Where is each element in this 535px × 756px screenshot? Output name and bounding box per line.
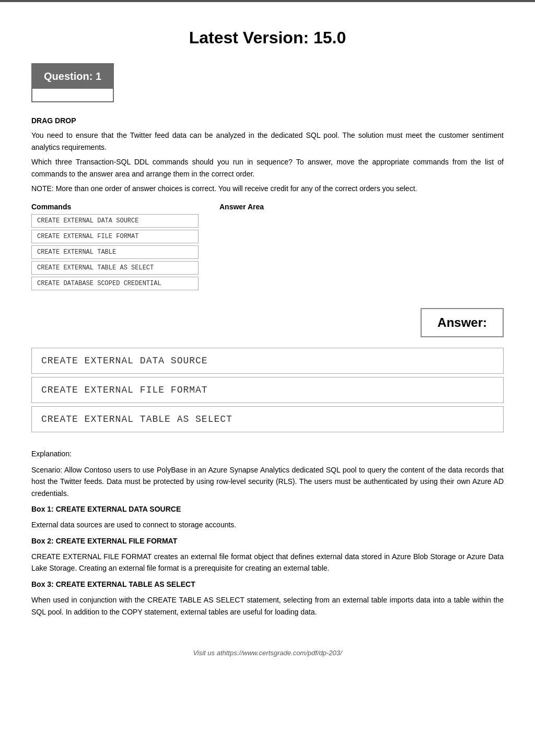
footer-text: Visit us athttps://www.certsgrade.com/pd… (193, 649, 342, 657)
answer-area-label: Answer Area (219, 203, 504, 211)
explanation-section: Explanation: Scenario: Allow Contoso use… (31, 448, 504, 618)
top-border (0, 0, 535, 2)
answer-area-column: Answer Area (219, 203, 504, 292)
answer-item-0: CREATE EXTERNAL DATA SOURCE (31, 348, 504, 374)
explanation-box1-label: Box 1: CREATE EXTERNAL DATA SOURCE (31, 503, 504, 515)
question-header-wrapper: Question: 1 (31, 63, 114, 102)
page-title: Latest Version: 15.0 (31, 28, 504, 48)
command-item-4[interactable]: CREATE DATABASE SCOPED CREDENTIAL (31, 277, 199, 290)
answer-item-1: CREATE EXTERNAL FILE FORMAT (31, 377, 504, 403)
question-header: Question: 1 (32, 64, 113, 89)
commands-column: Commands CREATE EXTERNAL DATA SOURCE CRE… (31, 203, 199, 292)
answer-label: Answer: (421, 308, 504, 337)
question-intro: DRAG DROP You need to ensure that the Tw… (31, 115, 504, 194)
commands-label: Commands (31, 203, 199, 211)
explanation-box3-text: When used in conjunction with the CREATE… (31, 594, 504, 618)
command-item-0[interactable]: CREATE EXTERNAL DATA SOURCE (31, 214, 199, 228)
drag-drop-section: Commands CREATE EXTERNAL DATA SOURCE CRE… (31, 203, 504, 292)
command-item-3[interactable]: CREATE EXTERNAL TABLE AS SELECT (31, 261, 199, 275)
command-item-1[interactable]: CREATE EXTERNAL FILE FORMAT (31, 230, 199, 243)
explanation-box1-text: External data sources are used to connec… (31, 519, 504, 530)
explanation-scenario: Scenario: Allow Contoso users to use Pol… (31, 464, 504, 499)
question-body-2: Which three Transaction-SQL DDL commands… (31, 156, 504, 180)
box2-label-text: Box 2: CREATE EXTERNAL FILE FORMAT (31, 537, 177, 545)
explanation-box2-text: CREATE EXTERNAL FILE FORMAT creates an e… (31, 551, 504, 574)
answer-item-2: CREATE EXTERNAL TABLE AS SELECT (31, 406, 504, 432)
explanation-box3-label: Box 3: CREATE EXTERNAL TABLE AS SELECT (31, 578, 504, 590)
explanation-box2-label: Box 2: CREATE EXTERNAL FILE FORMAT (31, 535, 504, 547)
question-body-1: You need to ensure that the Twitter feed… (31, 129, 504, 153)
footer: Visit us athttps://www.certsgrade.com/pd… (31, 639, 504, 657)
question-body-3: NOTE: More than one order of answer choi… (31, 183, 504, 194)
command-item-2[interactable]: CREATE EXTERNAL TABLE (31, 245, 199, 259)
answer-boxes: CREATE EXTERNAL DATA SOURCE CREATE EXTER… (31, 348, 504, 432)
drag-drop-label: DRAG DROP (31, 115, 504, 126)
box3-label-text: Box 3: CREATE EXTERNAL TABLE AS SELECT (31, 580, 195, 588)
answer-section-wrapper: Answer: (31, 308, 504, 337)
box1-label-text: Box 1: CREATE EXTERNAL DATA SOURCE (31, 505, 181, 513)
explanation-heading: Explanation: (31, 448, 504, 459)
